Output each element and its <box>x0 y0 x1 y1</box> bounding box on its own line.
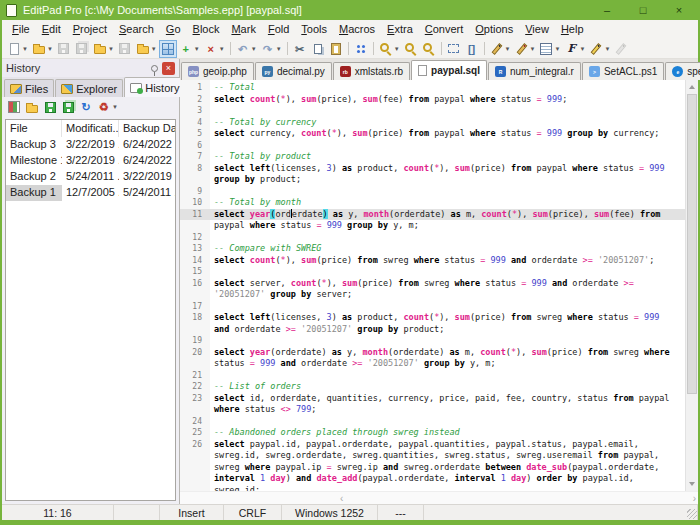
code-row[interactable]: 14select count(*), sum(price) from swreg… <box>180 255 685 267</box>
code-row[interactable]: interval 1 day) and date_add(paypal.orde… <box>180 473 685 485</box>
menu-macros[interactable]: Macros <box>333 21 381 38</box>
vertical-scrollbar[interactable] <box>685 80 698 491</box>
scroll-down-icon[interactable] <box>689 482 695 486</box>
table-row[interactable]: Backup 33/22/2019 ...6/24/2022 ... <box>6 137 175 153</box>
dropdown-arrow-icon[interactable]: ▼ <box>108 46 114 52</box>
code-row[interactable]: 15 <box>180 266 685 278</box>
table-cell[interactable]: 5/24/2011 ... <box>119 185 176 201</box>
code-row[interactable]: swreg where paypal.ip = swreg.ip and swr… <box>180 462 685 474</box>
lock-backup-button[interactable] <box>25 100 39 114</box>
file-tab-paypal-sql[interactable]: paypal.sql <box>411 60 487 80</box>
close-file-button[interactable]: ×▼ <box>202 40 227 58</box>
code-row[interactable]: 10-- Total by month <box>180 197 685 209</box>
dropdown-arrow-icon[interactable]: ▼ <box>251 46 257 52</box>
code-row[interactable]: 19 <box>180 335 685 347</box>
search-button[interactable]: ▼ <box>377 40 402 58</box>
menu-tools[interactable]: Tools <box>295 21 333 38</box>
file-tab-num_integral-r[interactable]: Rnum_integral.r <box>488 62 581 80</box>
code-row[interactable]: 21 <box>180 370 685 382</box>
table-cell[interactable]: 5/24/2011 ... <box>62 169 119 185</box>
dropdown-arrow-icon[interactable]: ▼ <box>394 46 400 52</box>
redo-button[interactable]: ↷▼ <box>259 40 284 58</box>
scroll-right-icon[interactable]: › <box>693 493 696 504</box>
compare-backups-button[interactable] <box>7 100 21 114</box>
refresh-history-button[interactable]: ↻ <box>79 100 93 114</box>
maximize-button[interactable]: □ <box>628 4 658 16</box>
column-header[interactable]: Modificati... <box>62 120 119 137</box>
panel-tab-files[interactable]: Files <box>4 79 54 97</box>
file-tab-xmlstats-rb[interactable]: rbxmlstats.rb <box>333 62 410 80</box>
code-row[interactable]: 1-- Total <box>180 82 685 94</box>
menu-convert[interactable]: Convert <box>419 21 470 38</box>
menu-help[interactable]: Help <box>555 21 590 38</box>
table-row[interactable]: Backup 25/24/2011 ...3/22/2019 ... <box>6 169 175 185</box>
add-file-button[interactable]: +▼ <box>177 40 202 58</box>
dropdown-arrow-icon[interactable]: ▼ <box>505 46 511 52</box>
dropdown-arrow-icon[interactable]: ▼ <box>219 46 225 52</box>
scroll-left-icon[interactable]: ‹ <box>340 493 343 504</box>
code-row[interactable]: 4-- Total by currency <box>180 117 685 129</box>
cut-button[interactable]: ✂ <box>291 40 309 58</box>
menu-block[interactable]: Block <box>187 21 226 38</box>
table-cell[interactable]: Milestone 1 <box>6 153 62 169</box>
undo-button[interactable]: ↶▼ <box>234 40 259 58</box>
menu-options[interactable]: Options <box>469 21 519 38</box>
text-layout-button[interactable]: ▼ <box>587 40 612 58</box>
code-row[interactable]: 25-- Abandoned orders placed through swr… <box>180 427 685 439</box>
table-cell[interactable]: 12/7/2005 ... <box>62 185 119 201</box>
file-tab-spell-html[interactable]: espell.html <box>665 62 700 80</box>
dropdown-arrow-icon[interactable]: ▼ <box>579 46 585 52</box>
code-row[interactable]: 24 <box>180 416 685 428</box>
table-cell[interactable]: Backup 3 <box>6 137 62 153</box>
panel-tab-history[interactable]: History <box>124 77 185 97</box>
code-row[interactable]: 6 <box>180 140 685 152</box>
code-row[interactable]: 20select year(orderdate) as y, month(ord… <box>180 347 685 359</box>
rectangular-select-button[interactable] <box>445 40 463 58</box>
file-tab-decimal-py[interactable]: pydecimal.py <box>255 62 332 80</box>
column-header[interactable]: Backup Date <box>119 120 176 137</box>
menu-edit[interactable]: Edit <box>36 21 67 38</box>
code-row[interactable]: where status <> 799; <box>180 404 685 416</box>
scroll-up-icon[interactable] <box>689 85 695 89</box>
table-cell[interactable]: 6/24/2022 ... <box>119 153 176 169</box>
code-row[interactable]: status = 999 and orderdate >= '20051207'… <box>180 358 685 370</box>
code-row[interactable]: swreg.id, swreg.orderdate, swreg.quantit… <box>180 450 685 462</box>
panel-close-icon[interactable]: × <box>162 62 175 75</box>
code-row[interactable]: 16select server, count(*), sum(price) fr… <box>180 278 685 290</box>
purge-backups-button[interactable]: ♻▼ <box>97 100 118 114</box>
menu-extra[interactable]: Extra <box>381 21 419 38</box>
menu-search[interactable]: Search <box>113 21 160 38</box>
horizontal-scrollbar[interactable]: ‹ › <box>180 491 698 504</box>
code-row[interactable]: 12 <box>180 232 685 244</box>
resize-grip[interactable] <box>687 509 697 519</box>
compare-files-button[interactable] <box>352 40 370 58</box>
fonts-button[interactable]: F▼ <box>562 40 587 58</box>
menu-project[interactable]: Project <box>67 21 113 38</box>
dropdown-arrow-icon[interactable]: ▼ <box>194 46 200 52</box>
table-row[interactable]: Milestone 13/22/2019 ...6/24/2022 ... <box>6 153 175 169</box>
table-cell[interactable]: 3/22/2019 ... <box>119 169 176 185</box>
paste-button[interactable] <box>327 40 345 58</box>
file-tab-setacl-ps1[interactable]: >SetACL.ps1 <box>582 62 664 80</box>
dropdown-arrow-icon[interactable]: ▼ <box>112 104 118 110</box>
menu-mark[interactable]: Mark <box>225 21 261 38</box>
code-row[interactable]: 2select count(*), sum(price), sum(fee) f… <box>180 94 685 106</box>
panel-tab-explorer[interactable]: Explorer <box>55 79 123 97</box>
table-row[interactable]: Backup 112/7/2005 ...5/24/2011 ... <box>6 185 175 201</box>
table-cell[interactable]: Backup 2 <box>6 169 62 185</box>
table-cell[interactable]: 6/24/2022 ... <box>119 137 176 153</box>
dropdown-arrow-icon[interactable]: ▼ <box>47 46 53 52</box>
code-editor[interactable]: 1-- Total2select count(*), sum(price), s… <box>180 80 685 491</box>
code-row[interactable]: 3 <box>180 105 685 117</box>
code-row[interactable]: 11select year(orderdate) as y, month(ord… <box>180 209 685 221</box>
menu-view[interactable]: View <box>519 21 555 38</box>
code-row[interactable]: 7-- Total by product <box>180 151 685 163</box>
code-row[interactable]: 9 <box>180 186 685 198</box>
table-cell[interactable]: Backup 1 <box>6 185 62 201</box>
table-cell[interactable]: 3/22/2019 ... <box>62 153 119 169</box>
dropdown-arrow-icon[interactable]: ▼ <box>22 46 28 52</box>
menu-fold[interactable]: Fold <box>262 21 295 38</box>
dropdown-arrow-icon[interactable]: ▼ <box>276 46 282 52</box>
column-header[interactable]: File <box>6 120 62 137</box>
dropdown-arrow-icon[interactable]: ▼ <box>554 46 560 52</box>
